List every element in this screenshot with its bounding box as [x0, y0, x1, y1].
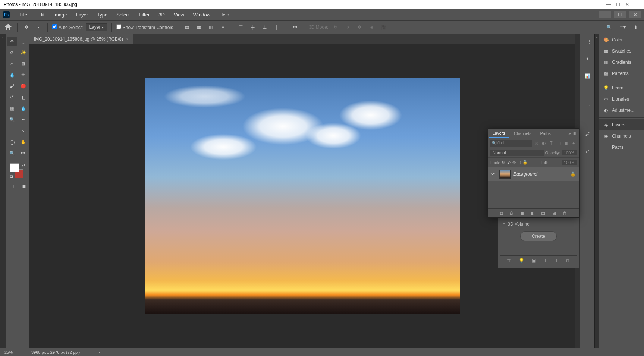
wand-tool[interactable]: ✨ [18, 48, 28, 57]
frame-tool[interactable]: ⊠ [18, 59, 28, 69]
marquee-tool[interactable]: ⬚ [18, 37, 28, 46]
opacity-value[interactable]: 100% [562, 150, 577, 155]
edit-toolbar[interactable]: ••• [18, 148, 28, 158]
dodge-tool[interactable]: 🔍 [7, 115, 17, 125]
app-maximize-icon[interactable]: ☐ [614, 11, 626, 18]
quickmask-tool[interactable]: ▢ [7, 181, 16, 191]
delete-layer-icon[interactable]: 🗑 [563, 211, 567, 216]
layer-name[interactable]: Background [513, 171, 567, 177]
panel-collapse-icon[interactable]: « [595, 34, 599, 348]
type-tool[interactable]: T [7, 126, 17, 136]
lasso-tool[interactable]: ⊘ [7, 48, 17, 57]
lock-move-icon[interactable]: ✥ [512, 160, 516, 165]
3d-mesh-icon[interactable]: ⊥ [543, 258, 547, 263]
panel-color[interactable]: 🎨Color [599, 34, 644, 45]
3d-material-icon[interactable]: ⊤ [555, 258, 558, 263]
layer-lock-icon[interactable]: 🔒 [570, 171, 576, 177]
history-brush-tool[interactable]: ↺ [7, 92, 17, 102]
document-tab-active[interactable]: IMG_20180914_185806.jpg @ 25% (RGB/8) × [29, 34, 133, 44]
adjustment-layer-icon[interactable]: ◐ [531, 211, 534, 216]
move-tool[interactable]: ✥ [7, 37, 17, 46]
menu-layer[interactable]: Layer [72, 12, 93, 18]
3d-volume-option[interactable]: ○3D Volume [500, 220, 577, 228]
pen-tool[interactable]: ✒ [18, 115, 28, 125]
menu-image[interactable]: Image [49, 12, 71, 18]
filter-type-icon[interactable]: T [548, 140, 554, 146]
app-close-icon[interactable]: ✕ [629, 11, 641, 18]
home-icon[interactable] [4, 23, 13, 32]
align-top-icon[interactable]: ⊤ [236, 23, 245, 32]
close-tab-icon[interactable]: × [126, 37, 129, 42]
channels-tab[interactable]: Channels [510, 130, 535, 137]
3d-light-icon[interactable]: 💡 [519, 258, 524, 263]
foreground-color[interactable] [10, 163, 19, 172]
panel-patterns[interactable]: ▩Patterns [599, 68, 644, 79]
3d-delete-icon[interactable]: 🗑 [507, 258, 511, 263]
workspace-icon[interactable]: ▭▾ [618, 23, 627, 32]
path-select-tool[interactable]: ↖ [18, 126, 28, 136]
panel-menu-icon[interactable]: ≡ [573, 131, 576, 136]
blur-tool[interactable]: 💧 [18, 104, 28, 113]
status-zoom[interactable]: 25% [4, 350, 13, 355]
layers-floating-panel[interactable]: Layers Channels Paths »≡ 🔍 Kind ▨ ◐ T ▢ … [488, 128, 579, 218]
share-icon[interactable]: ⬆ [631, 23, 640, 32]
menu-filter[interactable]: Filter [134, 12, 154, 18]
align-bottom-icon[interactable]: ⊥ [260, 23, 269, 32]
brushes-icon[interactable]: 🖌 [582, 129, 593, 139]
panel-swatches[interactable]: ▦Swatches [599, 45, 644, 57]
new-layer-icon[interactable]: ⊞ [552, 211, 556, 216]
search-icon[interactable]: 🔍 [604, 23, 613, 32]
brush-settings-icon[interactable]: ⇄ [582, 146, 593, 157]
layer-row[interactable]: 👁 Background 🔒 [488, 167, 579, 181]
link-layers-icon[interactable]: ⧉ [500, 211, 503, 216]
auto-select-layer-dropdown[interactable]: Layer ▾ [86, 23, 107, 31]
app-minimize-icon[interactable]: — [599, 11, 611, 18]
menu-file[interactable]: File [15, 12, 32, 18]
clone-tool[interactable]: ⛔ [18, 81, 28, 91]
distribute-icon[interactable]: ≡ [218, 23, 227, 32]
menu-help[interactable]: Help [215, 12, 234, 18]
eyedropper-tool[interactable]: 💧 [7, 70, 17, 80]
lock-artboard-icon[interactable]: ▢ [517, 160, 521, 165]
menu-3d[interactable]: 3D [154, 12, 169, 18]
align-middle-icon[interactable]: ┼ [248, 23, 257, 32]
layer-fx-icon[interactable]: fx [510, 211, 513, 216]
navigator-icon[interactable]: ✦ [582, 54, 593, 64]
layer-filter-kind[interactable]: 🔍 Kind [490, 140, 532, 147]
align-right-icon[interactable]: ▥ [206, 23, 215, 32]
menu-select[interactable]: Select [112, 12, 134, 18]
menu-edit[interactable]: Edit [32, 12, 49, 18]
group-layers-icon[interactable]: 🗀 [541, 211, 546, 216]
crop-tool[interactable]: ✂ [7, 59, 17, 69]
panel-layers[interactable]: ◈Layers [599, 119, 644, 130]
align-vertical-icon[interactable]: ‖ [272, 23, 281, 32]
status-arrow-icon[interactable]: › [98, 350, 100, 355]
align-left-icon[interactable]: ▤ [182, 23, 191, 32]
zoom-tool[interactable]: 🔍 [7, 148, 17, 158]
character-icon[interactable]: ⬚ [582, 100, 593, 110]
panel-adjustments[interactable]: ◐Adjustme... [599, 105, 644, 116]
toolbox-collapse-icon[interactable]: « [0, 34, 6, 348]
layer-mask-icon[interactable]: ◼ [520, 211, 524, 216]
filter-smart-icon[interactable]: ▣ [563, 140, 569, 146]
hand-tool[interactable]: ✋ [18, 137, 28, 147]
layer-visibility-icon[interactable]: 👁 [491, 171, 496, 177]
auto-select-checkbox[interactable]: Auto-Select: [52, 24, 83, 30]
move-dropdown-icon[interactable]: ▾ [34, 23, 43, 32]
panel-paths[interactable]: ⟋Paths [599, 142, 644, 153]
color-swatch[interactable]: ⇄ ◪ [10, 163, 25, 178]
threed-floating-panel[interactable]: ○3D Volume Create 🗑 💡 ▣ ⊥ ⊤ 🗑 [498, 218, 579, 268]
heal-tool[interactable]: ✚ [18, 70, 28, 80]
os-close[interactable]: ✕ [625, 2, 629, 7]
screenmode-tool[interactable]: ▣ [19, 181, 28, 191]
paths-tab[interactable]: Paths [537, 130, 555, 137]
move-tool-icon[interactable]: ✥ [22, 23, 31, 32]
blend-mode-dropdown[interactable]: Normal [490, 150, 544, 156]
os-minimize[interactable]: — [606, 2, 611, 7]
fill-value[interactable]: 100% [562, 160, 577, 165]
create-3d-button[interactable]: Create [520, 231, 557, 241]
show-transform-checkbox[interactable]: Show Transform Controls [116, 24, 173, 30]
lock-position-icon[interactable]: 🖌 [507, 160, 511, 165]
menu-window[interactable]: Window [189, 12, 215, 18]
menu-view[interactable]: View [169, 12, 189, 18]
